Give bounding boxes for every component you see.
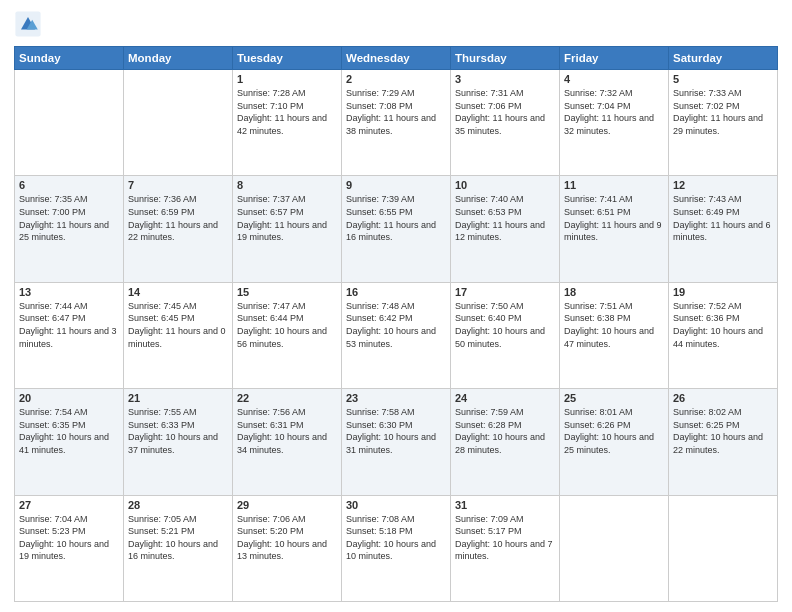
day-number: 10 bbox=[455, 179, 555, 191]
calendar-cell: 14Sunrise: 7:45 AMSunset: 6:45 PMDayligh… bbox=[124, 282, 233, 388]
day-number: 22 bbox=[237, 392, 337, 404]
day-detail: Sunrise: 7:52 AMSunset: 6:36 PMDaylight:… bbox=[673, 300, 773, 350]
day-detail: Sunrise: 7:31 AMSunset: 7:06 PMDaylight:… bbox=[455, 87, 555, 137]
day-number: 12 bbox=[673, 179, 773, 191]
day-detail: Sunrise: 7:36 AMSunset: 6:59 PMDaylight:… bbox=[128, 193, 228, 243]
calendar-cell: 13Sunrise: 7:44 AMSunset: 6:47 PMDayligh… bbox=[15, 282, 124, 388]
day-number: 27 bbox=[19, 499, 119, 511]
day-detail: Sunrise: 7:48 AMSunset: 6:42 PMDaylight:… bbox=[346, 300, 446, 350]
calendar-cell: 3Sunrise: 7:31 AMSunset: 7:06 PMDaylight… bbox=[451, 70, 560, 176]
day-number: 29 bbox=[237, 499, 337, 511]
day-detail: Sunrise: 8:02 AMSunset: 6:25 PMDaylight:… bbox=[673, 406, 773, 456]
day-detail: Sunrise: 8:01 AMSunset: 6:26 PMDaylight:… bbox=[564, 406, 664, 456]
calendar-week-row: 27Sunrise: 7:04 AMSunset: 5:23 PMDayligh… bbox=[15, 495, 778, 601]
day-number: 8 bbox=[237, 179, 337, 191]
calendar-cell: 25Sunrise: 8:01 AMSunset: 6:26 PMDayligh… bbox=[560, 389, 669, 495]
calendar-cell: 30Sunrise: 7:08 AMSunset: 5:18 PMDayligh… bbox=[342, 495, 451, 601]
calendar-cell: 19Sunrise: 7:52 AMSunset: 6:36 PMDayligh… bbox=[669, 282, 778, 388]
day-number: 20 bbox=[19, 392, 119, 404]
calendar-cell: 10Sunrise: 7:40 AMSunset: 6:53 PMDayligh… bbox=[451, 176, 560, 282]
logo bbox=[14, 10, 46, 38]
calendar-cell: 21Sunrise: 7:55 AMSunset: 6:33 PMDayligh… bbox=[124, 389, 233, 495]
day-detail: Sunrise: 7:39 AMSunset: 6:55 PMDaylight:… bbox=[346, 193, 446, 243]
calendar-cell bbox=[15, 70, 124, 176]
day-number: 14 bbox=[128, 286, 228, 298]
day-detail: Sunrise: 7:44 AMSunset: 6:47 PMDaylight:… bbox=[19, 300, 119, 350]
day-number: 23 bbox=[346, 392, 446, 404]
day-number: 13 bbox=[19, 286, 119, 298]
calendar-cell: 31Sunrise: 7:09 AMSunset: 5:17 PMDayligh… bbox=[451, 495, 560, 601]
day-number: 3 bbox=[455, 73, 555, 85]
day-detail: Sunrise: 7:33 AMSunset: 7:02 PMDaylight:… bbox=[673, 87, 773, 137]
calendar-week-row: 13Sunrise: 7:44 AMSunset: 6:47 PMDayligh… bbox=[15, 282, 778, 388]
calendar-cell: 28Sunrise: 7:05 AMSunset: 5:21 PMDayligh… bbox=[124, 495, 233, 601]
calendar-cell: 22Sunrise: 7:56 AMSunset: 6:31 PMDayligh… bbox=[233, 389, 342, 495]
day-number: 2 bbox=[346, 73, 446, 85]
day-detail: Sunrise: 7:54 AMSunset: 6:35 PMDaylight:… bbox=[19, 406, 119, 456]
calendar-cell: 12Sunrise: 7:43 AMSunset: 6:49 PMDayligh… bbox=[669, 176, 778, 282]
day-detail: Sunrise: 7:47 AMSunset: 6:44 PMDaylight:… bbox=[237, 300, 337, 350]
day-number: 19 bbox=[673, 286, 773, 298]
page: SundayMondayTuesdayWednesdayThursdayFrid… bbox=[0, 0, 792, 612]
calendar-cell: 27Sunrise: 7:04 AMSunset: 5:23 PMDayligh… bbox=[15, 495, 124, 601]
day-number: 26 bbox=[673, 392, 773, 404]
day-detail: Sunrise: 7:50 AMSunset: 6:40 PMDaylight:… bbox=[455, 300, 555, 350]
calendar-week-row: 1Sunrise: 7:28 AMSunset: 7:10 PMDaylight… bbox=[15, 70, 778, 176]
day-number: 1 bbox=[237, 73, 337, 85]
day-detail: Sunrise: 7:40 AMSunset: 6:53 PMDaylight:… bbox=[455, 193, 555, 243]
day-detail: Sunrise: 7:06 AMSunset: 5:20 PMDaylight:… bbox=[237, 513, 337, 563]
day-detail: Sunrise: 7:59 AMSunset: 6:28 PMDaylight:… bbox=[455, 406, 555, 456]
calendar-cell: 20Sunrise: 7:54 AMSunset: 6:35 PMDayligh… bbox=[15, 389, 124, 495]
calendar-header-saturday: Saturday bbox=[669, 47, 778, 70]
day-number: 9 bbox=[346, 179, 446, 191]
day-number: 28 bbox=[128, 499, 228, 511]
day-number: 24 bbox=[455, 392, 555, 404]
calendar-week-row: 6Sunrise: 7:35 AMSunset: 7:00 PMDaylight… bbox=[15, 176, 778, 282]
day-detail: Sunrise: 7:45 AMSunset: 6:45 PMDaylight:… bbox=[128, 300, 228, 350]
day-number: 25 bbox=[564, 392, 664, 404]
day-number: 17 bbox=[455, 286, 555, 298]
day-detail: Sunrise: 7:05 AMSunset: 5:21 PMDaylight:… bbox=[128, 513, 228, 563]
calendar-cell: 1Sunrise: 7:28 AMSunset: 7:10 PMDaylight… bbox=[233, 70, 342, 176]
day-detail: Sunrise: 7:08 AMSunset: 5:18 PMDaylight:… bbox=[346, 513, 446, 563]
calendar-table: SundayMondayTuesdayWednesdayThursdayFrid… bbox=[14, 46, 778, 602]
calendar-cell: 23Sunrise: 7:58 AMSunset: 6:30 PMDayligh… bbox=[342, 389, 451, 495]
calendar-cell: 15Sunrise: 7:47 AMSunset: 6:44 PMDayligh… bbox=[233, 282, 342, 388]
calendar-header-tuesday: Tuesday bbox=[233, 47, 342, 70]
day-detail: Sunrise: 7:51 AMSunset: 6:38 PMDaylight:… bbox=[564, 300, 664, 350]
calendar-cell bbox=[669, 495, 778, 601]
calendar-cell: 17Sunrise: 7:50 AMSunset: 6:40 PMDayligh… bbox=[451, 282, 560, 388]
calendar-cell: 9Sunrise: 7:39 AMSunset: 6:55 PMDaylight… bbox=[342, 176, 451, 282]
calendar-cell: 29Sunrise: 7:06 AMSunset: 5:20 PMDayligh… bbox=[233, 495, 342, 601]
calendar-cell: 4Sunrise: 7:32 AMSunset: 7:04 PMDaylight… bbox=[560, 70, 669, 176]
day-detail: Sunrise: 7:43 AMSunset: 6:49 PMDaylight:… bbox=[673, 193, 773, 243]
calendar-header-wednesday: Wednesday bbox=[342, 47, 451, 70]
day-number: 4 bbox=[564, 73, 664, 85]
day-number: 18 bbox=[564, 286, 664, 298]
day-detail: Sunrise: 7:56 AMSunset: 6:31 PMDaylight:… bbox=[237, 406, 337, 456]
day-detail: Sunrise: 7:41 AMSunset: 6:51 PMDaylight:… bbox=[564, 193, 664, 243]
calendar-cell: 8Sunrise: 7:37 AMSunset: 6:57 PMDaylight… bbox=[233, 176, 342, 282]
calendar-cell: 18Sunrise: 7:51 AMSunset: 6:38 PMDayligh… bbox=[560, 282, 669, 388]
calendar-header-sunday: Sunday bbox=[15, 47, 124, 70]
header bbox=[14, 10, 778, 38]
calendar-cell: 16Sunrise: 7:48 AMSunset: 6:42 PMDayligh… bbox=[342, 282, 451, 388]
day-detail: Sunrise: 7:28 AMSunset: 7:10 PMDaylight:… bbox=[237, 87, 337, 137]
day-detail: Sunrise: 7:58 AMSunset: 6:30 PMDaylight:… bbox=[346, 406, 446, 456]
day-number: 30 bbox=[346, 499, 446, 511]
calendar-header-row: SundayMondayTuesdayWednesdayThursdayFrid… bbox=[15, 47, 778, 70]
calendar-cell: 11Sunrise: 7:41 AMSunset: 6:51 PMDayligh… bbox=[560, 176, 669, 282]
calendar-cell: 7Sunrise: 7:36 AMSunset: 6:59 PMDaylight… bbox=[124, 176, 233, 282]
calendar-cell: 6Sunrise: 7:35 AMSunset: 7:00 PMDaylight… bbox=[15, 176, 124, 282]
day-number: 16 bbox=[346, 286, 446, 298]
day-detail: Sunrise: 7:04 AMSunset: 5:23 PMDaylight:… bbox=[19, 513, 119, 563]
day-detail: Sunrise: 7:29 AMSunset: 7:08 PMDaylight:… bbox=[346, 87, 446, 137]
calendar-header-friday: Friday bbox=[560, 47, 669, 70]
day-number: 11 bbox=[564, 179, 664, 191]
day-detail: Sunrise: 7:55 AMSunset: 6:33 PMDaylight:… bbox=[128, 406, 228, 456]
day-number: 31 bbox=[455, 499, 555, 511]
calendar-header-monday: Monday bbox=[124, 47, 233, 70]
calendar-week-row: 20Sunrise: 7:54 AMSunset: 6:35 PMDayligh… bbox=[15, 389, 778, 495]
day-detail: Sunrise: 7:35 AMSunset: 7:00 PMDaylight:… bbox=[19, 193, 119, 243]
day-number: 6 bbox=[19, 179, 119, 191]
